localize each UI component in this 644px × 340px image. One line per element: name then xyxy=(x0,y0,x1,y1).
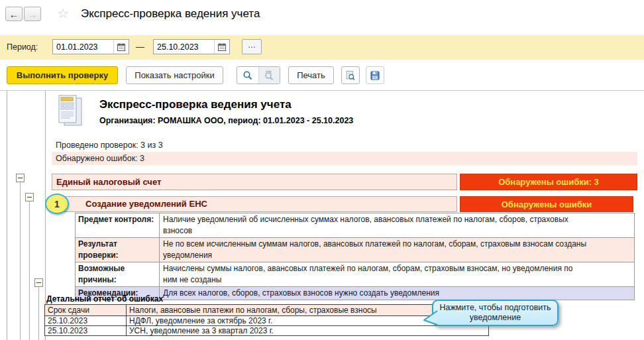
toolbar-separator xyxy=(0,90,644,91)
due-date-cell[interactable]: 25.10.2023 xyxy=(45,316,127,326)
tree-line xyxy=(38,287,39,340)
detail-value: Для всех налогов, сборов, страховых взно… xyxy=(160,287,635,300)
report-doc-icon xyxy=(57,94,83,127)
error-report-title: Детальный отчет об ошибках xyxy=(46,294,163,304)
subsection-error-badge[interactable]: Обнаружены ошибки xyxy=(460,196,633,212)
section-error-badge[interactable]: Обнаружены ошибки: 3 xyxy=(460,174,637,190)
print-preview-icon xyxy=(346,70,355,82)
tree-line xyxy=(29,201,30,340)
column-header: Срок сдачи xyxy=(45,305,127,316)
report-title: Экспресс-проверка ведения учета xyxy=(99,98,292,111)
period-from-input[interactable] xyxy=(53,42,113,52)
search-button-group xyxy=(237,66,280,84)
tooltip-callout: Нажмите, чтобы подготовить уведомление xyxy=(432,300,559,326)
detail-label: Результат проверки: xyxy=(76,238,160,262)
detail-value: Наличие уведомлений об исчисленных сумма… xyxy=(160,213,635,238)
run-check-button[interactable]: Выполнить проверку xyxy=(7,66,118,84)
period-from-field[interactable] xyxy=(52,39,129,54)
search-refresh-icon xyxy=(264,70,274,81)
detail-value: Не по всем исчисленным суммам налогов, а… xyxy=(160,238,635,262)
print-button[interactable]: Печать xyxy=(288,66,334,84)
collapse-toggle-level3[interactable] xyxy=(34,278,43,287)
back-arrow-icon: ← xyxy=(9,9,19,20)
search-icon xyxy=(242,70,253,81)
collapse-toggle-level1[interactable] xyxy=(16,174,25,182)
search-button[interactable] xyxy=(237,67,258,84)
detail-label: Возможные причины: xyxy=(76,262,160,287)
save-icon xyxy=(370,70,380,81)
save-button[interactable] xyxy=(366,66,384,84)
forward-button[interactable]: → xyxy=(24,7,41,21)
period-dash: — xyxy=(136,42,144,52)
table-row: Результат проверки: Не по всем исчисленн… xyxy=(76,238,635,262)
detail-value: Начислены суммы налогов, авансовых плате… xyxy=(160,262,635,287)
detail-label: Предмет контроля: xyxy=(76,213,160,238)
minus-icon xyxy=(18,178,23,178)
period-label: Период: xyxy=(7,42,38,52)
show-settings-button[interactable]: Показать настройки xyxy=(126,66,223,84)
minus-icon xyxy=(36,282,41,283)
errors-found-row: Обнаружено ошибок: 3 xyxy=(52,152,637,165)
app-window: ← → ☆ Экспресс-проверка ведения учета Пе… xyxy=(0,0,644,340)
period-to-field[interactable] xyxy=(153,39,230,54)
check-details-table: Предмет контроля: Наличие уведомлений об… xyxy=(75,213,635,300)
collapse-toggle-level2[interactable] xyxy=(25,193,34,201)
search-next-button[interactable] xyxy=(258,67,280,84)
print-preview-button[interactable] xyxy=(341,66,360,84)
tooltip-callout-tail xyxy=(422,309,438,327)
forward-arrow-icon: → xyxy=(28,9,38,20)
section-header[interactable]: Единый налоговый счет xyxy=(52,174,457,190)
tree-line xyxy=(20,182,21,340)
numbered-marker: 1 xyxy=(45,194,69,214)
due-date-cell[interactable]: 25.10.2023 xyxy=(45,326,127,336)
table-row: Возможные причины: Начислены суммы налог… xyxy=(76,262,635,287)
tree-line xyxy=(7,91,7,340)
favorite-star-icon[interactable]: ☆ xyxy=(57,7,69,20)
calendar-icon xyxy=(218,43,226,51)
period-to-input[interactable] xyxy=(154,42,214,52)
minus-icon xyxy=(27,197,32,198)
tree-column-separator xyxy=(45,91,46,340)
table-row: Предмет контроля: Наличие уведомлений об… xyxy=(76,213,635,238)
calendar-button-from[interactable] xyxy=(113,40,129,54)
checks-done-row: Проведено проверок: 3 из 3 xyxy=(52,139,637,152)
window-title: Экспресс-проверка ведения учета xyxy=(81,7,260,21)
subsection-header[interactable]: Создание уведомлений ЕНС xyxy=(52,196,457,212)
report-subtitle: Организация: РОМАШКА ООО, период: 01.01.… xyxy=(99,116,353,125)
back-button[interactable]: ← xyxy=(5,7,23,21)
period-more-button[interactable]: … xyxy=(242,39,262,54)
calendar-button-to[interactable] xyxy=(214,40,229,54)
calendar-icon xyxy=(117,43,125,51)
